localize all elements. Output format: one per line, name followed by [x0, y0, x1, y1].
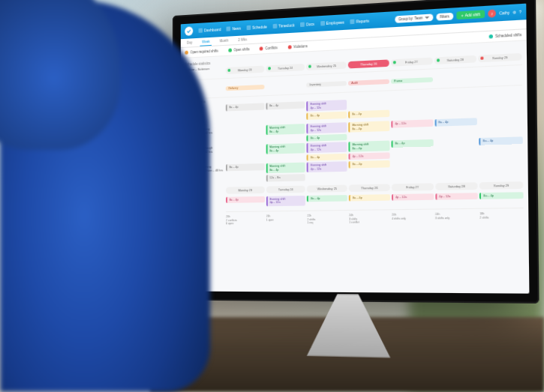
help-icon[interactable]: ? [519, 10, 521, 15]
dot-icon [287, 45, 291, 49]
shift-card[interactable]: 8a – 4p [226, 196, 265, 203]
doc-icon [300, 22, 305, 27]
footer-cell: 22h2 shifts1 req [307, 214, 347, 226]
dot-icon [489, 34, 493, 39]
day-header[interactable]: Tuesday 24 [266, 185, 306, 193]
nav-docs[interactable]: Docs [300, 22, 314, 27]
shift-card[interactable]: Morning shift8a – 4p [266, 163, 305, 174]
shift-card[interactable]: Morning shift8a – 4p [349, 141, 390, 152]
event-pill[interactable]: Delivery [226, 85, 264, 91]
monitor: Dashboard News Schedule Timeclock Docs E… [173, 15, 540, 360]
calendar-icon [247, 25, 251, 30]
app-screen: Dashboard News Schedule Timeclock Docs E… [181, 4, 530, 294]
tab-week[interactable]: Week [200, 37, 212, 46]
day-header[interactable]: Wednesday 25 [306, 61, 347, 70]
footer-totals-row: 20h2 conflicts6 open 20h1 open 22h2 shif… [226, 208, 524, 226]
filters-button[interactable]: Filters [436, 12, 453, 20]
shift-card[interactable]: Evening shift4p – 12a [266, 196, 306, 206]
dot-icon [185, 51, 188, 55]
day-header[interactable]: Monday 23 [226, 66, 264, 75]
day-header[interactable]: Thursday 26 [349, 184, 390, 191]
footer-cell: 24h3 shifts only [435, 212, 478, 224]
group-by-selector[interactable]: Group by: Team [395, 13, 433, 22]
shift-card[interactable]: Evening shift4p – 12a [307, 100, 347, 112]
event-pill[interactable]: Promo [391, 77, 433, 84]
shift-card[interactable]: 8a – 4p [266, 101, 305, 109]
notification-badge[interactable]: 2 [488, 9, 496, 17]
day-header[interactable]: Sunday 29 [478, 53, 521, 62]
shift-card[interactable]: 4p – 12a [391, 119, 433, 127]
day-header[interactable]: Friday 27 [392, 183, 434, 191]
day-header-today[interactable]: Thursday 26 [348, 59, 389, 68]
dot-icon [260, 46, 263, 50]
person-foreground [0, 0, 210, 392]
event-pill[interactable]: Inventory [307, 81, 347, 88]
tab-day[interactable]: Day [185, 39, 194, 46]
shift-card[interactable]: Evening shift4p – 12a [307, 142, 347, 153]
day-header[interactable]: Saturday 28 [434, 55, 476, 64]
shift-card[interactable]: 4p – 12a [435, 193, 478, 200]
shift-card[interactable]: 8a – 4p [226, 103, 265, 111]
nav-schedule[interactable]: Schedule [247, 24, 267, 30]
shift-card[interactable]: 8a – 4p [307, 154, 347, 161]
event-pill[interactable]: Audit [348, 79, 389, 86]
shift-card[interactable]: 8a – 4p [307, 112, 347, 120]
nav-reports[interactable]: Reports [350, 18, 369, 24]
day-header[interactable]: Monday 23 [226, 186, 265, 193]
nav-timeclock[interactable]: Timeclock [272, 22, 294, 28]
chart-icon [350, 19, 355, 25]
tab-2wks[interactable]: 2 Wks [236, 36, 249, 43]
shift-card[interactable]: Evening shift4p – 12a [307, 162, 347, 173]
chevron-down-icon [425, 16, 429, 19]
day-header[interactable]: Sunday 29 [479, 181, 523, 190]
app-logo[interactable] [185, 26, 193, 36]
status-open-shifts[interactable]: Open shifts [228, 47, 250, 52]
plus-icon: + [461, 13, 463, 18]
nav-dashboard[interactable]: Dashboard [199, 27, 221, 33]
footer-cell: 18h2 shifts [479, 211, 524, 224]
status-violations[interactable]: Violations [287, 44, 307, 49]
monitor-stand [296, 294, 401, 358]
footer-cell: 20h2 conflicts6 open [226, 214, 265, 226]
settings-icon[interactable]: ⚙ [512, 10, 515, 15]
status-conflicts[interactable]: Conflicts [260, 46, 278, 50]
nav-employees[interactable]: Employees [320, 19, 344, 25]
shift-card[interactable]: 4p – 12a [392, 193, 434, 201]
shift-card[interactable]: 8a – 4p [434, 118, 477, 126]
shift-card[interactable]: Morning shift8a – 4p [266, 124, 305, 135]
news-icon [227, 26, 231, 31]
shift-card[interactable]: Morning shift8a – 4p [266, 143, 305, 154]
footer-cell: 24h3 shifts1 conflict [349, 213, 390, 225]
grid-icon [199, 28, 203, 33]
day-header[interactable]: Tuesday 24 [266, 64, 305, 73]
shift-card[interactable]: Evening shift4p – 12a [307, 122, 347, 133]
shift-card[interactable]: 4p – 12a [349, 152, 390, 160]
people-icon [320, 21, 325, 26]
footer-cell: 20h1 open [266, 214, 306, 226]
day-header[interactable]: Saturday 28 [435, 182, 478, 190]
shift-card[interactable]: 8a – 4p [226, 163, 265, 171]
shift-card[interactable]: 8a – 4p [307, 195, 347, 202]
day-header[interactable]: Friday 27 [391, 58, 433, 67]
shift-card[interactable]: 8a – 4p [307, 133, 347, 141]
dot-icon [228, 48, 232, 52]
shift-card[interactable]: 12a – 8a [266, 174, 306, 181]
footer-cell: 24h4 shifts only [392, 212, 434, 224]
shift-card[interactable]: 8a – 4p [479, 137, 522, 145]
shift-card[interactable]: 8a – 4p [391, 139, 433, 148]
shift-card[interactable]: 8a – 4p [479, 192, 523, 199]
shift-card[interactable]: 8a – 4p [349, 194, 390, 202]
shift-card[interactable]: 8a – 4p [348, 110, 389, 118]
user-menu[interactable]: Cathy [499, 10, 509, 15]
add-shift-button[interactable]: +Add shift [456, 10, 485, 19]
shift-card[interactable]: 8a – 4p [349, 160, 390, 168]
status-open-required[interactable]: Open required shifts [185, 49, 218, 54]
status-scheduled[interactable]: Scheduled shifts [489, 33, 522, 39]
day-header[interactable]: Wednesday 25 [307, 184, 347, 192]
clock-icon [272, 24, 277, 28]
nav-news[interactable]: News [227, 26, 241, 31]
shift-card[interactable]: Morning shift8a – 4p [348, 121, 389, 132]
tab-month[interactable]: Month [218, 37, 230, 44]
